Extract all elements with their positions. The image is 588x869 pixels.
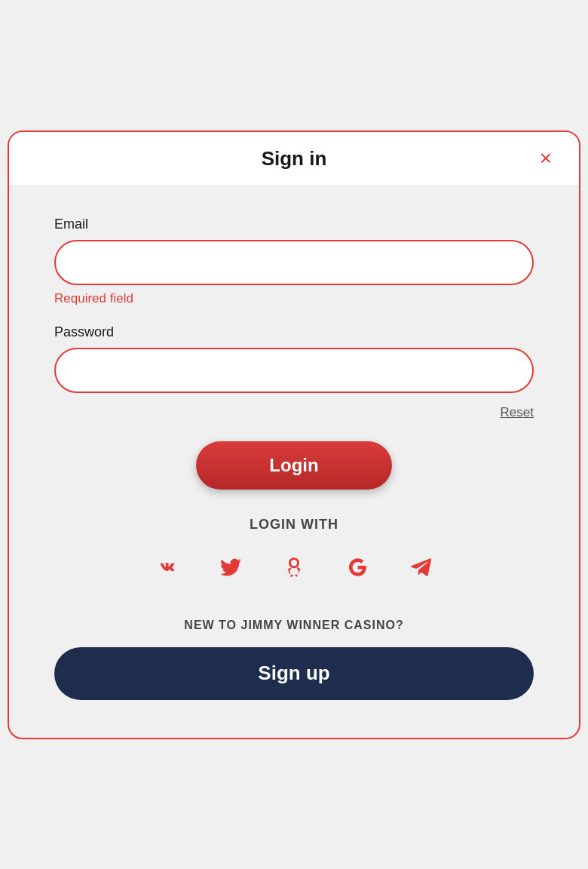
login-with-label: LOGIN WITH [54,517,534,533]
email-input[interactable] [54,240,534,285]
new-user-text: NEW TO JIMMY WINNER CASINO? [54,619,534,632]
twitter-icon[interactable] [217,554,244,581]
vk-icon[interactable] [154,554,181,581]
signin-modal: Sign in × Email Required field Password … [8,131,580,739]
modal-header: Sign in × [9,132,579,186]
email-field-group: Email Required field [54,216,534,306]
google-icon[interactable] [344,554,371,581]
signup-button[interactable]: Sign up [54,647,534,700]
reset-button[interactable]: Reset [501,405,534,420]
password-input[interactable] [54,348,534,393]
modal-title: Sign in [262,147,327,170]
email-label: Email [54,216,534,232]
password-label: Password [54,324,534,340]
telegram-icon[interactable] [407,554,434,581]
reset-row: Reset [54,405,534,420]
social-icons-row [54,554,534,581]
odnoklassniki-icon[interactable] [280,554,308,581]
modal-body: Email Required field Password Reset Logi… [9,186,579,738]
email-error-text: Required field [54,291,534,306]
close-button[interactable]: × [531,143,561,173]
login-button[interactable]: Login [196,441,392,490]
password-field-group: Password [54,324,534,393]
